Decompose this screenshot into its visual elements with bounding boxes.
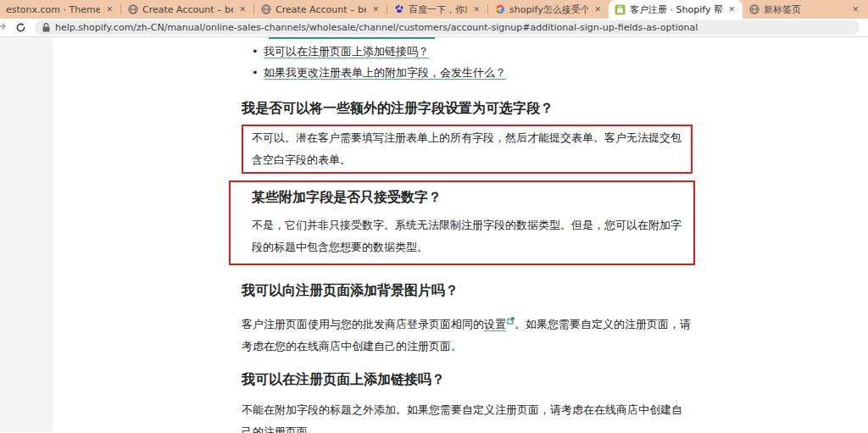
external-link-icon — [507, 310, 515, 332]
close-icon[interactable]: ✕ — [237, 5, 248, 14]
section-body-add-links: 不能在附加字段的标题之外添加。如果您需要自定义注册页面，请考虑在在线商店中创建自… — [242, 399, 693, 433]
faq-link-list: 我可以在注册页面上添加链接吗？ 如果我更改注册表单上的附加字段，会发生什么？ — [242, 41, 693, 83]
section-body-optional-fields: 不可以。潜在客户需要填写注册表单上的所有字段，然后才能提交表单。客户无法提交包含… — [252, 127, 682, 171]
tab-new-tab[interactable]: 新标签页 ✕ — [743, 0, 866, 19]
url-text: help.shopify.com/zh-CN/manual/online-sal… — [55, 22, 698, 33]
browser-toolbar: help.shopify.com/zh-CN/manual/online-sal… — [0, 19, 868, 37]
faq-link-add-links[interactable]: 我可以在注册页面上添加链接吗？ — [264, 45, 429, 58]
tab-title: estonx.com · Themes · Shopi — [6, 4, 100, 15]
help-article: 我可以在注册页面上添加链接吗？ 如果我更改注册表单上的附加字段，会发生什么？ 我… — [242, 41, 693, 433]
close-icon[interactable]: ✕ — [104, 5, 114, 14]
forward-arrow-icon[interactable] — [0, 19, 8, 36]
baidu-icon — [393, 4, 404, 15]
tab-google-search[interactable]: shopify怎么接受个人信息注册 ✕ — [488, 0, 609, 19]
tab-baidu[interactable]: 百度一下，你就知道 ✕ — [387, 0, 487, 19]
body-text-segment: 客户注册页面使用与您的批发商店登录页面相同的 — [242, 318, 484, 330]
tab-title: 百度一下，你就知道 — [409, 3, 467, 16]
faq-link-change-fields[interactable]: 如果我更改注册表单上的附加字段，会发生什么？ — [264, 66, 506, 80]
close-icon[interactable]: ✕ — [471, 5, 481, 14]
section-heading-add-links: 我可以在注册页面上添加链接吗？ — [242, 371, 693, 388]
browser-tab-bar: estonx.com · Themes · Shopi ✕ Create Acc… — [0, 0, 868, 19]
section-heading-numbers-only: 某些附加字段是否只接受数字？ — [252, 189, 685, 206]
annotation-red-box: 不可以。潜在客户需要填写注册表单上的所有字段，然后才能提交表单。客户无法提交包含… — [242, 125, 693, 174]
close-icon[interactable]: ✕ — [593, 5, 603, 14]
annotation-red-box: 某些附加字段是否只接受数字？ 不是，它们并非只接受数字。系统无法限制注册字段的数… — [229, 180, 695, 265]
tab-title: Create Account – bestonx.com — [142, 4, 233, 15]
shopify-icon — [615, 4, 626, 15]
tab-create-account-1[interactable]: Create Account – bestonx.com ✕ — [121, 0, 253, 19]
globe-icon — [260, 4, 271, 15]
list-item: 我可以在注册页面上添加链接吗？ — [264, 41, 693, 62]
tab-shopify-help-active[interactable]: 客户注册 · Shopify 帮助中心 ✕ — [609, 0, 743, 19]
tab-title: Create Account – bestonx.com — [275, 4, 366, 15]
globe-icon — [748, 4, 760, 15]
section-body-background-image: 客户注册页面使用与您的批发商店登录页面相同的设置。如果您需要自定义的注册页面，请… — [242, 310, 693, 358]
tab-create-account-2[interactable]: Create Account – bestonx.com ✕ — [254, 0, 387, 19]
settings-link[interactable]: 设置 — [484, 318, 506, 331]
header-accent-line — [269, 37, 435, 39]
sidebar-background — [0, 37, 53, 432]
reload-icon[interactable] — [15, 22, 26, 33]
tab-title: shopify怎么接受个人信息注册 — [509, 3, 588, 16]
section-body-numbers-only: 不是，它们并非只接受数字。系统无法限制注册字段的数据类型。但是，您可以在附加字段… — [252, 214, 685, 258]
help-page-viewport: 我可以在注册页面上添加链接吗？ 如果我更改注册表单上的附加字段，会发生什么？ 我… — [0, 37, 868, 432]
close-icon[interactable]: ✕ — [850, 5, 860, 14]
close-icon[interactable]: ✕ — [370, 5, 381, 14]
google-icon — [494, 4, 505, 15]
tab-title: 客户注册 · Shopify 帮助中心 — [630, 3, 722, 16]
tab-title: 新标签页 — [764, 3, 846, 16]
address-bar[interactable]: help.shopify.com/zh-CN/manual/online-sal… — [35, 20, 860, 35]
section-heading-optional-fields: 我是否可以将一些额外的注册字段设置为可选字段？ — [242, 100, 693, 117]
list-item: 如果我更改注册表单上的附加字段，会发生什么？ — [264, 62, 693, 83]
tab-bestonx-themes[interactable]: estonx.com · Themes · Shopi ✕ — [0, 0, 120, 19]
section-heading-background-image: 我可以向注册页面添加背景图片吗？ — [242, 282, 693, 299]
globe-icon — [127, 4, 138, 15]
lock-icon[interactable] — [42, 23, 50, 32]
close-icon[interactable]: ✕ — [726, 5, 737, 14]
